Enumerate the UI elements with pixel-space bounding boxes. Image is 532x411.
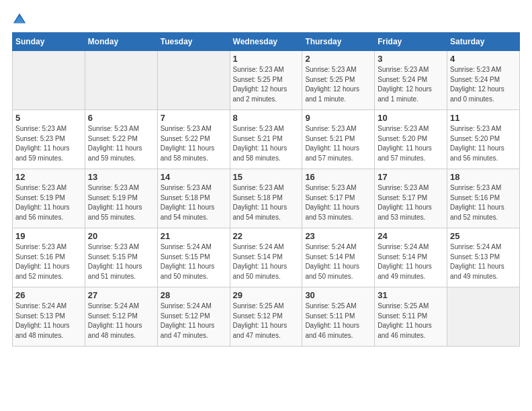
day-info: Sunrise: 5:24 AM Sunset: 5:13 PM Dayligh… xyxy=(450,242,517,281)
day-number: 9 xyxy=(305,113,371,123)
weekday-header: Saturday xyxy=(447,33,520,51)
calendar-cell: 23Sunrise: 5:24 AM Sunset: 5:14 PM Dayli… xyxy=(302,228,375,287)
calendar-cell: 8Sunrise: 5:23 AM Sunset: 5:21 PM Daylig… xyxy=(230,110,302,169)
day-number: 28 xyxy=(161,290,227,300)
day-info: Sunrise: 5:24 AM Sunset: 5:14 PM Dayligh… xyxy=(233,242,300,281)
day-info: Sunrise: 5:23 AM Sunset: 5:20 PM Dayligh… xyxy=(450,124,517,163)
calendar-body: 1Sunrise: 5:23 AM Sunset: 5:25 PM Daylig… xyxy=(13,51,520,347)
day-info: Sunrise: 5:25 AM Sunset: 5:12 PM Dayligh… xyxy=(233,302,300,340)
day-number: 17 xyxy=(378,172,444,182)
day-info: Sunrise: 5:23 AM Sunset: 5:25 PM Dayligh… xyxy=(233,65,300,104)
calendar-week-row: 19Sunrise: 5:23 AM Sunset: 5:16 PM Dayli… xyxy=(13,228,520,287)
day-info: Sunrise: 5:24 AM Sunset: 5:12 PM Dayligh… xyxy=(161,302,227,340)
calendar-cell: 3Sunrise: 5:23 AM Sunset: 5:24 PM Daylig… xyxy=(375,51,447,110)
calendar-cell: 17Sunrise: 5:23 AM Sunset: 5:17 PM Dayli… xyxy=(375,169,447,228)
calendar-cell: 10Sunrise: 5:23 AM Sunset: 5:20 PM Dayli… xyxy=(375,110,447,169)
day-info: Sunrise: 5:23 AM Sunset: 5:18 PM Dayligh… xyxy=(161,183,227,222)
calendar-cell: 20Sunrise: 5:23 AM Sunset: 5:15 PM Dayli… xyxy=(85,228,157,287)
calendar-cell: 2Sunrise: 5:23 AM Sunset: 5:25 PM Daylig… xyxy=(302,51,375,110)
day-info: Sunrise: 5:23 AM Sunset: 5:19 PM Dayligh… xyxy=(88,183,154,222)
day-number: 8 xyxy=(233,113,300,123)
day-number: 18 xyxy=(450,172,517,182)
day-number: 30 xyxy=(305,290,371,300)
calendar-cell: 7Sunrise: 5:23 AM Sunset: 5:22 PM Daylig… xyxy=(157,110,230,169)
calendar-cell: 16Sunrise: 5:23 AM Sunset: 5:17 PM Dayli… xyxy=(302,169,375,228)
weekday-header: Monday xyxy=(85,33,157,51)
day-number: 24 xyxy=(378,231,444,241)
calendar-cell xyxy=(13,51,85,110)
day-info: Sunrise: 5:23 AM Sunset: 5:21 PM Dayligh… xyxy=(233,124,300,163)
calendar-cell: 1Sunrise: 5:23 AM Sunset: 5:25 PM Daylig… xyxy=(230,51,302,110)
day-number: 29 xyxy=(233,290,300,300)
weekday-header: Friday xyxy=(375,33,447,51)
calendar-week-row: 1Sunrise: 5:23 AM Sunset: 5:25 PM Daylig… xyxy=(13,51,520,110)
day-number: 3 xyxy=(378,54,444,64)
calendar-cell: 25Sunrise: 5:24 AM Sunset: 5:13 PM Dayli… xyxy=(447,228,520,287)
calendar-cell: 14Sunrise: 5:23 AM Sunset: 5:18 PM Dayli… xyxy=(157,169,230,228)
calendar-cell: 30Sunrise: 5:25 AM Sunset: 5:11 PM Dayli… xyxy=(302,287,375,347)
day-number: 14 xyxy=(161,172,227,182)
day-info: Sunrise: 5:23 AM Sunset: 5:23 PM Dayligh… xyxy=(15,124,82,163)
calendar-header-row: SundayMondayTuesdayWednesdayThursdayFrid… xyxy=(13,33,520,51)
day-info: Sunrise: 5:23 AM Sunset: 5:22 PM Dayligh… xyxy=(161,124,227,163)
day-info: Sunrise: 5:24 AM Sunset: 5:13 PM Dayligh… xyxy=(15,302,82,340)
calendar-cell: 28Sunrise: 5:24 AM Sunset: 5:12 PM Dayli… xyxy=(157,287,230,347)
day-info: Sunrise: 5:24 AM Sunset: 5:14 PM Dayligh… xyxy=(305,242,371,281)
calendar-cell: 29Sunrise: 5:25 AM Sunset: 5:12 PM Dayli… xyxy=(230,287,302,347)
day-number: 27 xyxy=(88,290,154,300)
day-info: Sunrise: 5:23 AM Sunset: 5:22 PM Dayligh… xyxy=(88,124,154,163)
calendar-cell xyxy=(157,51,230,110)
page-container: SundayMondayTuesdayWednesdayThursdayFrid… xyxy=(0,0,532,353)
day-info: Sunrise: 5:23 AM Sunset: 5:16 PM Dayligh… xyxy=(450,183,517,222)
day-number: 13 xyxy=(88,172,154,182)
calendar-cell: 22Sunrise: 5:24 AM Sunset: 5:14 PM Dayli… xyxy=(230,228,302,287)
day-number: 20 xyxy=(88,231,154,241)
calendar-cell: 24Sunrise: 5:24 AM Sunset: 5:14 PM Dayli… xyxy=(375,228,447,287)
calendar-cell: 18Sunrise: 5:23 AM Sunset: 5:16 PM Dayli… xyxy=(447,169,520,228)
day-number: 26 xyxy=(15,290,82,300)
day-number: 4 xyxy=(450,54,517,64)
day-info: Sunrise: 5:23 AM Sunset: 5:24 PM Dayligh… xyxy=(450,65,517,104)
day-number: 10 xyxy=(378,113,444,123)
page-header xyxy=(12,12,520,27)
calendar-cell: 26Sunrise: 5:24 AM Sunset: 5:13 PM Dayli… xyxy=(13,287,85,347)
day-number: 15 xyxy=(233,172,300,182)
calendar-cell xyxy=(85,51,157,110)
day-info: Sunrise: 5:23 AM Sunset: 5:18 PM Dayligh… xyxy=(233,183,300,222)
day-number: 1 xyxy=(233,54,300,64)
day-info: Sunrise: 5:23 AM Sunset: 5:24 PM Dayligh… xyxy=(378,65,444,104)
calendar-cell: 31Sunrise: 5:25 AM Sunset: 5:11 PM Dayli… xyxy=(375,287,447,347)
weekday-header: Wednesday xyxy=(230,33,302,51)
calendar-week-row: 26Sunrise: 5:24 AM Sunset: 5:13 PM Dayli… xyxy=(13,287,520,347)
calendar-cell: 4Sunrise: 5:23 AM Sunset: 5:24 PM Daylig… xyxy=(447,51,520,110)
day-info: Sunrise: 5:24 AM Sunset: 5:12 PM Dayligh… xyxy=(88,302,154,340)
day-number: 19 xyxy=(15,231,82,241)
day-number: 22 xyxy=(233,231,300,241)
calendar-cell: 21Sunrise: 5:24 AM Sunset: 5:15 PM Dayli… xyxy=(157,228,230,287)
day-info: Sunrise: 5:23 AM Sunset: 5:16 PM Dayligh… xyxy=(15,242,82,281)
calendar-cell: 12Sunrise: 5:23 AM Sunset: 5:19 PM Dayli… xyxy=(13,169,85,228)
day-number: 2 xyxy=(305,54,371,64)
calendar-cell: 19Sunrise: 5:23 AM Sunset: 5:16 PM Dayli… xyxy=(13,228,85,287)
day-number: 12 xyxy=(15,172,82,182)
calendar-cell: 5Sunrise: 5:23 AM Sunset: 5:23 PM Daylig… xyxy=(13,110,85,169)
calendar-week-row: 12Sunrise: 5:23 AM Sunset: 5:19 PM Dayli… xyxy=(13,169,520,228)
weekday-header: Sunday xyxy=(13,33,85,51)
day-info: Sunrise: 5:23 AM Sunset: 5:19 PM Dayligh… xyxy=(15,183,82,222)
calendar-cell: 13Sunrise: 5:23 AM Sunset: 5:19 PM Dayli… xyxy=(85,169,157,228)
day-number: 5 xyxy=(15,113,82,123)
calendar-table: SundayMondayTuesdayWednesdayThursdayFrid… xyxy=(12,32,520,347)
calendar-cell xyxy=(447,287,520,347)
calendar-cell: 6Sunrise: 5:23 AM Sunset: 5:22 PM Daylig… xyxy=(85,110,157,169)
day-number: 31 xyxy=(378,290,444,300)
day-info: Sunrise: 5:23 AM Sunset: 5:15 PM Dayligh… xyxy=(88,242,154,281)
calendar-cell: 15Sunrise: 5:23 AM Sunset: 5:18 PM Dayli… xyxy=(230,169,302,228)
day-info: Sunrise: 5:24 AM Sunset: 5:15 PM Dayligh… xyxy=(161,242,227,281)
day-number: 7 xyxy=(161,113,227,123)
day-number: 11 xyxy=(450,113,517,123)
day-info: Sunrise: 5:23 AM Sunset: 5:20 PM Dayligh… xyxy=(378,124,444,163)
day-info: Sunrise: 5:23 AM Sunset: 5:17 PM Dayligh… xyxy=(378,183,444,222)
day-info: Sunrise: 5:23 AM Sunset: 5:17 PM Dayligh… xyxy=(305,183,371,222)
day-number: 23 xyxy=(305,231,371,241)
logo xyxy=(12,12,32,27)
